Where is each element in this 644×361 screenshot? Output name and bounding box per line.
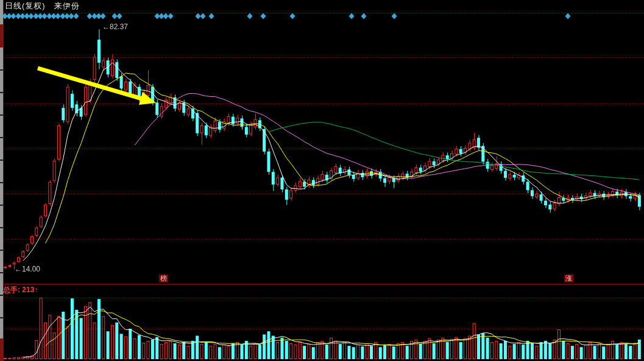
peak-price-label: ←82.37 xyxy=(102,23,128,30)
rise-badge[interactable]: 涨 xyxy=(564,275,573,282)
period-label: 日线(复权) xyxy=(5,1,46,10)
stock-chart-canvas[interactable] xyxy=(0,0,644,361)
chart-title: 日线(复权)来伊份 xyxy=(5,2,80,10)
chart-window: 日线(复权)来伊份 ←82.37 ←14.00 榜 涨 总手: 213↑ xyxy=(0,0,644,361)
low-price-label: ←14.00 xyxy=(15,265,40,273)
stock-name: 来伊份 xyxy=(54,1,80,10)
rank-badge[interactable]: 榜 xyxy=(159,275,168,282)
left-arrow-icon: ← xyxy=(15,265,22,273)
volume-header: 总手: 213↑ xyxy=(3,286,38,293)
up-arrow-icon: ↑ xyxy=(34,286,38,294)
left-arrow-icon: ← xyxy=(102,23,110,31)
